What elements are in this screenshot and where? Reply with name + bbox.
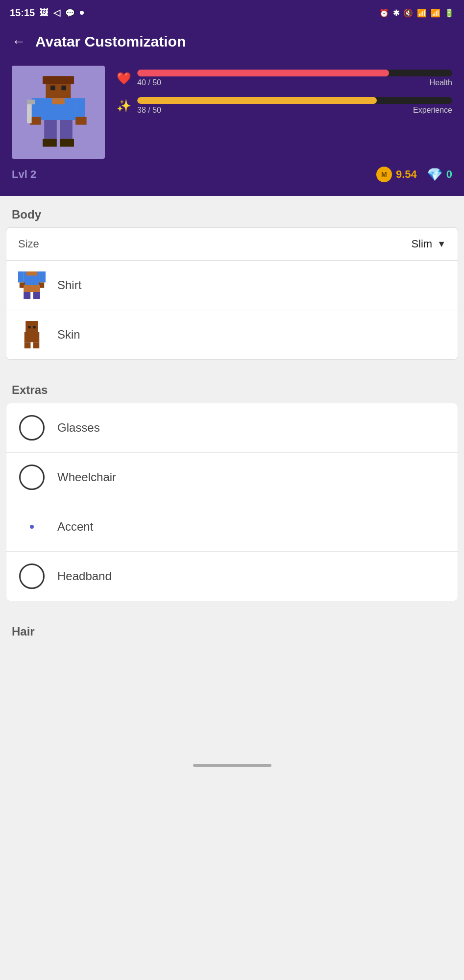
svg-rect-17 [26,271,37,275]
svg-rect-11 [27,99,35,104]
glasses-row[interactable]: Glasses [6,403,458,453]
gem-value: 0 [446,168,452,181]
svg-rect-12 [44,120,57,139]
headband-row[interactable]: Headband [6,552,458,601]
health-value: 40 / 50 [137,78,161,87]
avatar-sprite [26,73,90,151]
photo-icon: 🖼 [40,8,49,18]
size-label: Size [18,238,39,250]
coin-icon: M [376,167,392,182]
currency-row: M 9.54 💎 0 [376,167,452,182]
notification-dot [80,11,84,15]
shirt-icon [16,270,48,301]
body-card: Size Slim ▼ [6,227,458,360]
exp-bar-bg [137,97,452,104]
alarm-icon: ⏰ [379,8,389,18]
svg-rect-14 [43,139,57,147]
shirt-label: Shirt [57,278,81,292]
svg-rect-28 [24,332,40,342]
svg-rect-26 [28,326,30,328]
gem-icon: 💎 [427,167,442,182]
exp-label: Experience [413,106,452,115]
shirt-sprite [18,271,46,299]
svg-rect-27 [33,326,36,328]
size-dropdown[interactable]: Slim ▼ [411,238,446,250]
avatar-image[interactable] [12,66,105,159]
header: ← Avatar Customization [0,25,464,58]
body-section-title: Body [0,196,464,227]
exp-stat-row: ✨ 38 / 50 Experience [117,97,452,115]
glasses-label: Glasses [57,421,100,435]
accent-icon [16,511,48,542]
size-value: Slim [411,238,432,250]
headband-icon [16,561,48,592]
page-title: Avatar Customization [35,33,186,50]
svg-rect-23 [24,292,30,299]
avatar-bottom: Lvl 2 M 9.54 💎 0 [12,167,452,182]
svg-rect-24 [33,292,40,299]
status-left: 15:15 🖼 ◁ 💬 [10,7,84,19]
svg-rect-1 [43,76,74,84]
battery-icon: 🔋 [444,8,454,18]
exp-bar-fill [137,97,377,104]
mute-icon: 🔇 [403,8,413,18]
hair-section-title: Hair [0,613,464,644]
bottom-bar [0,742,464,772]
health-info: 40 / 50 Health [137,70,452,87]
content-area: Body Size Slim ▼ [0,196,464,742]
svg-rect-10 [27,101,32,123]
avatar-stats: ❤️ 40 / 50 Health ✨ [117,66,452,124]
bluetooth-icon: ✱ [393,8,399,18]
avatar-section: ❤️ 40 / 50 Health ✨ [0,58,464,196]
nav-icon: ◁ [53,7,60,18]
wheelchair-icon [16,462,48,493]
exp-label-row: 38 / 50 Experience [137,106,452,115]
health-stat-row: ❤️ 40 / 50 Health [117,70,452,87]
extras-card: Glasses Wheelchair Accent Headband [6,403,458,601]
status-bar: 15:15 🖼 ◁ 💬 ⏰ ✱ 🔇 📶 📶 🔋 [0,0,464,25]
glasses-circle-icon [19,415,45,441]
back-button[interactable]: ← [12,34,25,49]
svg-rect-7 [75,98,85,117]
skin-row[interactable]: Skin [6,310,458,359]
svg-rect-19 [40,271,46,282]
headband-circle-icon [19,564,45,589]
exp-info: 38 / 50 Experience [137,97,452,115]
wheelchair-label: Wheelchair [57,470,116,484]
accent-dot-icon [30,525,34,529]
svg-rect-13 [60,120,73,139]
svg-rect-8 [30,117,41,125]
messenger-icon: 💬 [65,8,75,18]
health-bar-fill [137,70,389,76]
avatar-top: ❤️ 40 / 50 Health ✨ [12,66,452,159]
size-row[interactable]: Size Slim ▼ [6,228,458,261]
exp-icon: ✨ [117,99,131,113]
skin-label: Skin [57,328,80,342]
svg-rect-22 [24,285,40,292]
svg-rect-18 [18,271,24,282]
accent-row[interactable]: Accent [6,502,458,552]
health-bar-bg [137,70,452,76]
svg-rect-29 [24,342,31,348]
signal-icon: 📶 [431,8,440,18]
status-time: 15:15 [10,7,35,19]
gem-display: 💎 0 [427,167,452,182]
dropdown-arrow-icon: ▼ [437,239,446,249]
svg-rect-5 [52,98,65,104]
health-label-row: 40 / 50 Health [137,78,452,87]
exp-value: 38 / 50 [137,106,161,115]
accent-label: Accent [57,520,93,534]
glasses-icon [16,412,48,443]
home-indicator [193,764,271,767]
wheelchair-row[interactable]: Wheelchair [6,453,458,502]
status-right: ⏰ ✱ 🔇 📶 📶 🔋 [379,8,454,18]
headband-label: Headband [57,569,112,583]
coin-display: M 9.54 [376,167,417,182]
svg-rect-25 [25,321,38,332]
skin-icon [16,319,48,350]
wifi-icon: 📶 [417,8,427,18]
svg-rect-15 [60,139,74,147]
extras-section-title: Extras [0,371,464,403]
shirt-row[interactable]: Shirt [6,261,458,310]
svg-rect-2 [50,86,55,91]
